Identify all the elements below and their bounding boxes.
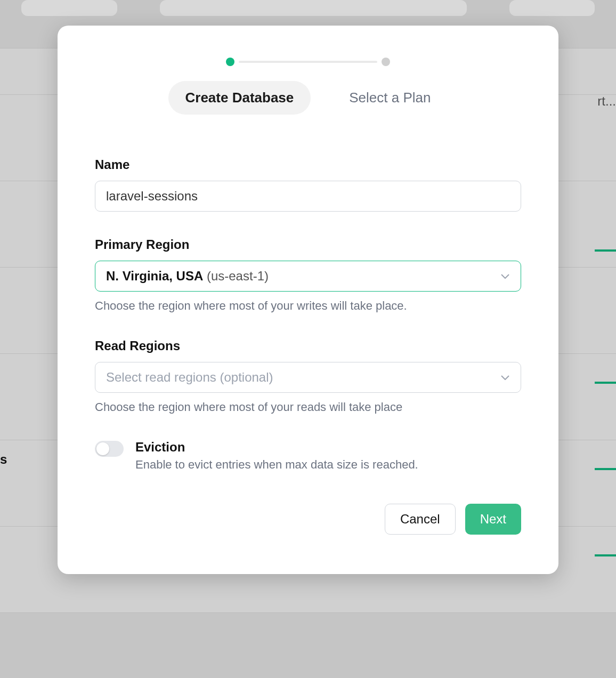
primary-region-group: Primary Region N. Virginia, USA (us-east… xyxy=(95,237,521,313)
toggle-knob xyxy=(96,442,109,455)
read-regions-group: Read Regions Select read regions (option… xyxy=(95,338,521,414)
chevron-down-icon xyxy=(500,373,510,382)
step-dot-1 xyxy=(226,58,234,66)
primary-region-value: N. Virginia, USA (us-east-1) xyxy=(106,269,269,284)
primary-region-helper: Choose the region where most of your wri… xyxy=(95,299,521,313)
eviction-description: Enable to evict entries when max data si… xyxy=(135,458,521,472)
region-name: N. Virginia, USA xyxy=(106,269,203,283)
stepper xyxy=(95,58,521,66)
create-database-modal: Create Database Select a Plan Name Prima… xyxy=(58,26,558,574)
eviction-toggle[interactable] xyxy=(95,441,124,457)
tab-bar: Create Database Select a Plan xyxy=(95,81,521,115)
step-line xyxy=(239,61,377,63)
eviction-title: Eviction xyxy=(135,440,521,455)
primary-region-select[interactable]: N. Virginia, USA (us-east-1) xyxy=(95,261,521,292)
read-regions-label: Read Regions xyxy=(95,338,521,353)
tab-select-plan[interactable]: Select a Plan xyxy=(332,81,448,115)
step-dot-2 xyxy=(382,58,390,66)
read-regions-helper: Choose the region where most of your rea… xyxy=(95,400,521,414)
read-regions-select[interactable]: Select read regions (optional) xyxy=(95,362,521,393)
eviction-content: Eviction Enable to evict entries when ma… xyxy=(135,440,521,472)
eviction-row: Eviction Enable to evict entries when ma… xyxy=(95,440,521,472)
chevron-down-icon xyxy=(500,271,510,281)
modal-footer: Cancel Next xyxy=(95,504,521,535)
read-regions-placeholder: Select read regions (optional) xyxy=(106,370,273,385)
name-input[interactable] xyxy=(95,181,521,212)
cancel-button[interactable]: Cancel xyxy=(385,504,456,535)
primary-region-label: Primary Region xyxy=(95,237,521,252)
tab-create-database[interactable]: Create Database xyxy=(168,81,311,115)
name-field-group: Name xyxy=(95,157,521,212)
name-label: Name xyxy=(95,157,521,172)
region-code: (us-east-1) xyxy=(207,269,269,283)
next-button[interactable]: Next xyxy=(465,504,521,535)
